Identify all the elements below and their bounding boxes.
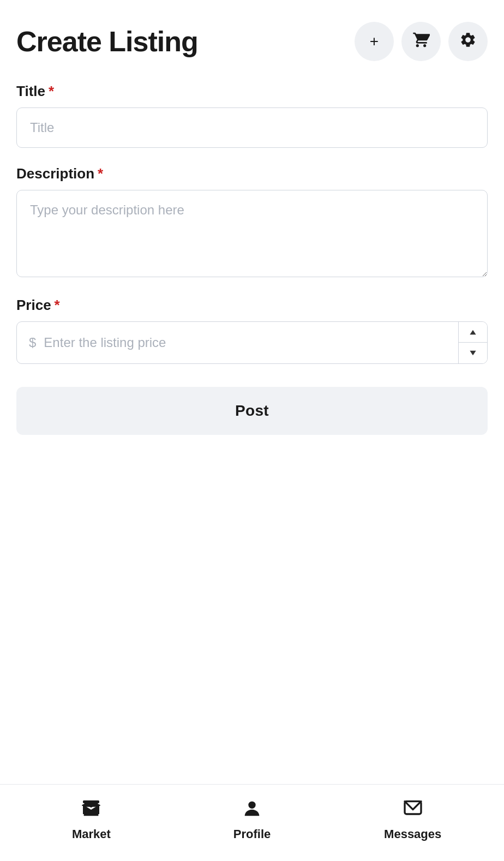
header-icons: + [355, 22, 488, 61]
price-increment-button[interactable] [459, 322, 487, 343]
market-icon [80, 798, 102, 823]
bottom-nav: Market Profile Messages [0, 784, 504, 861]
add-button[interactable]: + [355, 22, 394, 61]
price-section: Price * $ [16, 297, 488, 364]
description-section: Description * [16, 165, 488, 279]
plus-icon: + [370, 33, 379, 50]
chevron-up-icon [469, 328, 477, 336]
nav-label-market: Market [72, 827, 111, 841]
description-label: Description * [16, 165, 488, 182]
settings-icon [459, 31, 477, 52]
price-label: Price * [16, 297, 488, 314]
nav-label-profile: Profile [233, 827, 271, 841]
profile-icon [241, 798, 263, 823]
nav-item-market[interactable]: Market [11, 798, 172, 841]
title-required-star: * [49, 83, 54, 100]
cart-icon [412, 31, 430, 52]
price-currency-symbol: $ [17, 335, 44, 350]
header: Create Listing + [16, 22, 488, 61]
page-wrapper: Create Listing + [0, 0, 504, 861]
messages-icon [402, 798, 424, 823]
price-input[interactable] [44, 323, 458, 362]
cart-button[interactable] [401, 22, 441, 61]
title-label: Title * [16, 83, 488, 100]
price-required-star: * [55, 297, 60, 314]
description-input[interactable] [16, 190, 488, 277]
nav-item-messages[interactable]: Messages [332, 798, 493, 841]
price-spinner [458, 322, 487, 363]
main-content: Create Listing + [0, 0, 504, 784]
title-input[interactable] [16, 107, 488, 148]
page-title: Create Listing [16, 25, 198, 58]
chevron-down-icon [469, 349, 477, 357]
svg-point-1 [248, 802, 255, 809]
post-button[interactable]: Post [16, 387, 488, 435]
nav-item-profile[interactable]: Profile [172, 798, 333, 841]
price-decrement-button[interactable] [459, 343, 487, 363]
nav-label-messages: Messages [384, 827, 441, 841]
description-required-star: * [98, 165, 103, 182]
settings-button[interactable] [448, 22, 488, 61]
price-input-wrapper: $ [16, 321, 488, 364]
title-section: Title * [16, 83, 488, 148]
